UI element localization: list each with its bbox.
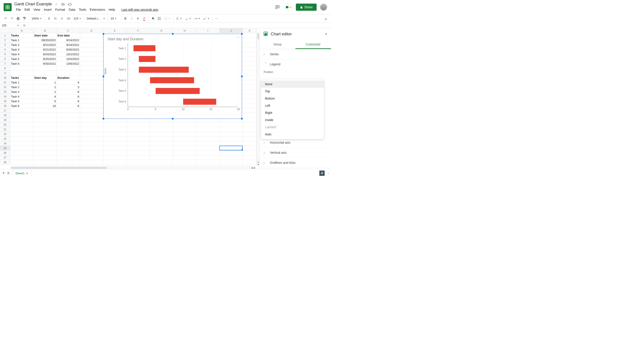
comments-icon[interactable] bbox=[274, 4, 281, 11]
cell[interactable]: 9 bbox=[57, 90, 80, 94]
cell[interactable] bbox=[243, 38, 257, 43]
row-header[interactable]: 12 bbox=[0, 85, 10, 90]
row-header[interactable]: 5 bbox=[0, 52, 10, 57]
cell[interactable] bbox=[173, 160, 196, 165]
undo-icon[interactable]: ↶ bbox=[3, 16, 8, 22]
cell[interactable]: 9/25/2022 bbox=[34, 57, 57, 61]
cell[interactable] bbox=[243, 104, 257, 108]
cell[interactable] bbox=[243, 99, 257, 104]
cell[interactable]: 10 bbox=[34, 104, 57, 108]
decrease-decimal-icon[interactable]: .0 bbox=[58, 16, 64, 22]
row-header[interactable]: 13 bbox=[0, 90, 10, 94]
print-icon[interactable] bbox=[15, 16, 21, 22]
cell[interactable] bbox=[34, 127, 57, 132]
cell[interactable] bbox=[103, 155, 126, 160]
cell[interactable] bbox=[57, 141, 80, 146]
cell[interactable] bbox=[103, 122, 126, 127]
cell[interactable] bbox=[243, 33, 257, 38]
cell[interactable] bbox=[57, 146, 80, 151]
row-header[interactable]: 6 bbox=[0, 57, 10, 61]
cloud-icon[interactable] bbox=[68, 2, 72, 7]
col-header[interactable]: A bbox=[10, 28, 34, 33]
cell[interactable] bbox=[10, 160, 34, 165]
cell[interactable] bbox=[243, 141, 257, 146]
cell[interactable] bbox=[80, 33, 103, 38]
cell[interactable] bbox=[34, 118, 57, 122]
cell[interactable] bbox=[196, 122, 220, 127]
select-all-corner[interactable] bbox=[0, 28, 10, 33]
cell[interactable]: Tasks bbox=[10, 75, 34, 80]
cell[interactable] bbox=[173, 132, 196, 137]
formula-input[interactable] bbox=[28, 25, 331, 26]
cell[interactable] bbox=[57, 66, 80, 71]
sheet-tab[interactable]: Sheet1 ▼ bbox=[12, 170, 32, 176]
collapse-toolbar-icon[interactable]: ᐱ bbox=[323, 16, 329, 22]
cell[interactable]: 10/3/2022 bbox=[57, 57, 80, 61]
cell[interactable] bbox=[80, 155, 103, 160]
cell[interactable] bbox=[126, 141, 150, 146]
cell[interactable] bbox=[173, 137, 196, 141]
menu-file[interactable]: File bbox=[14, 7, 22, 12]
cell[interactable] bbox=[10, 113, 34, 118]
cell[interactable] bbox=[243, 71, 257, 75]
cell[interactable]: 9/30/2022 bbox=[57, 47, 80, 52]
cell[interactable] bbox=[196, 132, 220, 137]
row-header[interactable]: 25 bbox=[0, 146, 10, 151]
col-header[interactable]: I bbox=[196, 28, 220, 33]
cell[interactable] bbox=[150, 137, 173, 141]
last-edit[interactable]: Last edit was seconds ago bbox=[120, 7, 160, 12]
cell[interactable] bbox=[57, 160, 80, 165]
dropdown-item[interactable]: Right bbox=[261, 109, 324, 116]
cell[interactable] bbox=[80, 127, 103, 132]
cell[interactable] bbox=[10, 155, 34, 160]
valign-dropdown[interactable]: ▼ bbox=[184, 17, 192, 21]
cell[interactable] bbox=[34, 155, 57, 160]
cell[interactable] bbox=[220, 155, 243, 160]
cell[interactable]: 9/24/2022 bbox=[57, 43, 80, 47]
dropdown-item[interactable]: None bbox=[261, 81, 324, 88]
cell[interactable] bbox=[57, 113, 80, 118]
cell[interactable] bbox=[80, 108, 103, 113]
cell[interactable] bbox=[173, 146, 196, 151]
cell[interactable] bbox=[243, 127, 257, 132]
cell[interactable] bbox=[34, 66, 57, 71]
cell[interactable]: 9/24/2022 bbox=[57, 38, 80, 43]
cell[interactable] bbox=[196, 137, 220, 141]
cell[interactable] bbox=[80, 80, 103, 85]
col-header[interactable]: H bbox=[173, 28, 196, 33]
row-header[interactable]: 27 bbox=[0, 155, 10, 160]
cell[interactable]: 6 bbox=[57, 104, 80, 108]
cell[interactable]: 09/20/2022 bbox=[34, 38, 57, 43]
dropdown-item[interactable]: Left bbox=[261, 102, 324, 109]
spreadsheet-grid[interactable]: ABCDEFGHIJK 1TasksStart dateEnd date2Tas… bbox=[0, 28, 260, 169]
cell[interactable] bbox=[126, 132, 150, 137]
cell[interactable] bbox=[10, 137, 34, 141]
cell[interactable]: Tasks bbox=[10, 33, 34, 38]
cell[interactable] bbox=[243, 94, 257, 99]
cell[interactable] bbox=[243, 43, 257, 47]
row-header[interactable]: 24 bbox=[0, 141, 10, 146]
cell[interactable] bbox=[220, 137, 243, 141]
cell[interactable]: 3 bbox=[57, 85, 80, 90]
row-header[interactable]: 2 bbox=[0, 38, 10, 43]
cell[interactable]: Start day bbox=[34, 75, 57, 80]
cell[interactable] bbox=[173, 141, 196, 146]
cell[interactable] bbox=[34, 71, 57, 75]
avatar[interactable] bbox=[320, 3, 327, 11]
cell[interactable] bbox=[57, 122, 80, 127]
cell[interactable] bbox=[150, 146, 173, 151]
row-header[interactable]: 21 bbox=[0, 127, 10, 132]
cell[interactable] bbox=[243, 90, 257, 94]
cell[interactable] bbox=[220, 151, 243, 155]
cell[interactable] bbox=[103, 160, 126, 165]
cell[interactable] bbox=[126, 160, 150, 165]
currency-icon[interactable]: $ bbox=[46, 16, 52, 22]
cell[interactable] bbox=[150, 122, 173, 127]
row-header[interactable]: 8 bbox=[0, 66, 10, 71]
cell[interactable] bbox=[243, 132, 257, 137]
cell[interactable] bbox=[243, 155, 257, 160]
cell[interactable] bbox=[103, 141, 126, 146]
dropdown-item[interactable]: Bottom bbox=[261, 95, 324, 102]
cell[interactable] bbox=[243, 61, 257, 66]
cell[interactable] bbox=[34, 113, 57, 118]
